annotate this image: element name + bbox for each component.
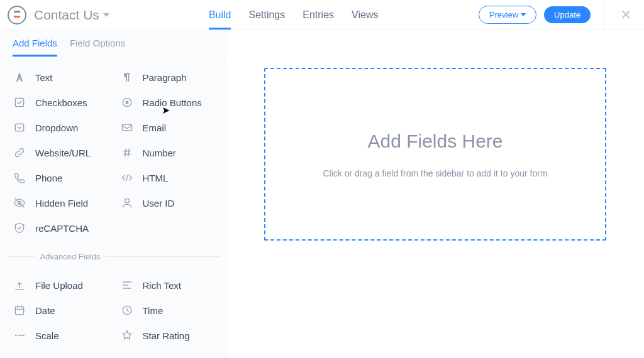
field-label: Hidden Field xyxy=(35,198,88,209)
sidebar: Add Fields Field Options Text Paragraph xyxy=(0,30,226,358)
email-icon xyxy=(118,121,136,134)
field-label: Phone xyxy=(35,173,62,183)
preview-button[interactable]: Preview xyxy=(479,6,536,24)
sidebar-tab-add-fields[interactable]: Add Fields xyxy=(13,30,57,57)
tab-settings[interactable]: Settings xyxy=(248,1,285,30)
svg-point-10 xyxy=(19,335,21,337)
sidebar-tab-field-options[interactable]: Field Options xyxy=(70,30,125,57)
field-label: Dropdown xyxy=(35,122,78,133)
field-star-rating[interactable]: Star Rating xyxy=(114,323,221,348)
field-date[interactable]: Date xyxy=(6,298,114,323)
field-scale[interactable]: Scale xyxy=(6,323,114,348)
svg-point-2 xyxy=(125,101,128,104)
field-label: Email xyxy=(143,122,167,133)
radio-icon xyxy=(118,96,136,109)
field-rich-text[interactable]: Rich Text xyxy=(114,273,221,298)
field-phone[interactable]: Phone xyxy=(6,165,114,190)
svg-rect-4 xyxy=(122,124,131,131)
upload-icon xyxy=(10,279,29,291)
field-recaptcha[interactable]: reCAPTCHA xyxy=(6,215,221,241)
field-number[interactable]: Number xyxy=(114,140,221,165)
field-text[interactable]: Text xyxy=(6,65,114,90)
dropzone-title: Add Fields Here xyxy=(367,131,502,152)
svg-point-6 xyxy=(125,198,129,203)
field-radio[interactable]: Radio Buttons xyxy=(114,90,221,115)
field-email[interactable]: Email xyxy=(114,115,221,140)
caret-down-icon xyxy=(521,13,526,16)
close-icon[interactable]: ✕ xyxy=(616,7,635,23)
checkbox-icon xyxy=(10,96,29,109)
link-icon xyxy=(10,146,29,159)
field-label: File Upload xyxy=(35,280,83,291)
svg-point-11 xyxy=(23,335,24,337)
divider xyxy=(604,0,605,30)
hash-icon xyxy=(118,146,136,159)
field-label: Scale xyxy=(35,330,59,341)
field-file-upload[interactable]: File Upload xyxy=(6,273,114,298)
scale-icon xyxy=(10,329,29,342)
code-icon xyxy=(118,171,136,184)
phone-icon xyxy=(10,171,29,184)
field-label: Date xyxy=(35,305,55,316)
field-dropdown[interactable]: Dropdown xyxy=(6,115,114,140)
eye-off-icon xyxy=(10,197,29,209)
field-label: Website/URL xyxy=(35,148,91,158)
svg-rect-7 xyxy=(15,306,23,315)
section-label: Advanced Fields xyxy=(35,252,105,261)
field-label: Text xyxy=(35,72,53,83)
field-paragraph[interactable]: Paragraph xyxy=(114,65,221,90)
form-title-dropdown[interactable]: Contact Us xyxy=(34,8,109,23)
shield-icon xyxy=(10,222,29,234)
preview-label: Preview xyxy=(489,10,518,19)
svg-rect-3 xyxy=(15,124,23,131)
field-checkboxes[interactable]: Checkboxes xyxy=(6,90,114,115)
update-button[interactable]: Update xyxy=(544,6,591,23)
tab-views[interactable]: Views xyxy=(352,1,378,30)
text-icon xyxy=(10,71,29,84)
section-advanced-fields: Advanced Fields xyxy=(0,252,226,261)
tab-build[interactable]: Build xyxy=(209,1,231,30)
dropdown-icon xyxy=(10,121,29,134)
field-website[interactable]: Website/URL xyxy=(6,140,114,165)
dropzone[interactable]: Add Fields Here Click or drag a field fr… xyxy=(264,68,606,241)
field-label: User ID xyxy=(143,198,175,209)
field-hidden[interactable]: Hidden Field xyxy=(6,190,114,215)
form-canvas: Add Fields Here Click or drag a field fr… xyxy=(226,30,644,358)
svg-rect-0 xyxy=(15,98,23,106)
field-label: Star Rating xyxy=(143,330,190,341)
field-label: Number xyxy=(143,148,176,158)
form-title-text: Contact Us xyxy=(34,8,99,23)
app-logo[interactable] xyxy=(8,6,26,24)
field-label: Radio Buttons xyxy=(143,97,202,108)
field-label: reCAPTCHA xyxy=(35,223,89,234)
star-icon xyxy=(118,329,136,342)
caret-down-icon xyxy=(103,13,109,17)
field-time[interactable]: Time xyxy=(114,298,221,323)
field-label: Paragraph xyxy=(143,72,187,83)
field-label: Rich Text xyxy=(143,280,181,291)
field-html[interactable]: HTML xyxy=(114,165,221,190)
field-label: Checkboxes xyxy=(35,97,87,108)
svg-point-9 xyxy=(15,335,17,337)
field-userid[interactable]: User ID xyxy=(114,190,221,215)
tab-entries[interactable]: Entries xyxy=(303,1,334,30)
field-label: Time xyxy=(143,305,164,316)
richtext-icon xyxy=(118,279,136,291)
field-label: HTML xyxy=(143,173,169,183)
calendar-icon xyxy=(10,304,29,317)
paragraph-icon xyxy=(118,71,136,84)
clock-icon xyxy=(118,304,136,317)
dropzone-hint: Click or drag a field from the sidebar t… xyxy=(323,168,547,178)
user-icon xyxy=(118,197,136,209)
